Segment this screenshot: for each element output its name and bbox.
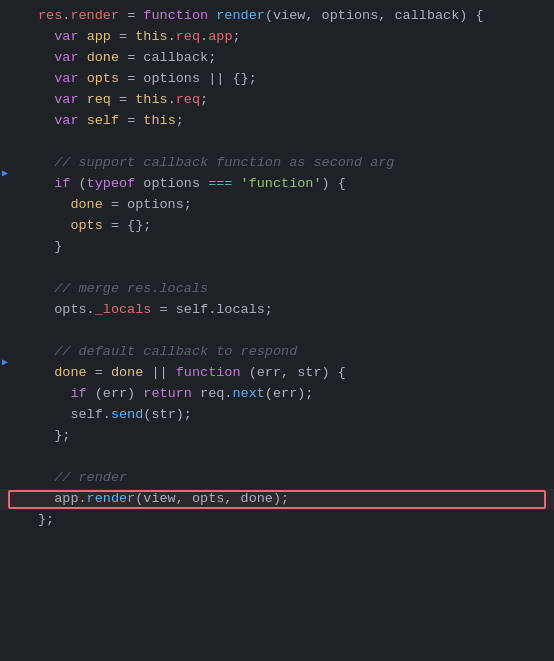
fold-arrow-icon[interactable]: ▶ bbox=[2, 355, 8, 371]
code-token: // default callback to respond bbox=[38, 344, 297, 359]
code-line: if (err) return req.next(err); bbox=[0, 384, 554, 405]
code-token: render bbox=[87, 491, 136, 506]
code-token: (err, str) { bbox=[241, 365, 346, 380]
code-line: }; bbox=[0, 510, 554, 531]
code-token bbox=[38, 71, 54, 86]
code-token: ; bbox=[233, 29, 241, 44]
code-token: self. bbox=[38, 407, 111, 422]
code-token: ) { bbox=[322, 176, 346, 191]
code-line bbox=[0, 132, 554, 153]
code-token: = self.locals; bbox=[151, 302, 273, 317]
code-token: = bbox=[119, 113, 143, 128]
code-token: send bbox=[111, 407, 143, 422]
code-line: opts._locals = self.locals; bbox=[0, 300, 554, 321]
code-token: . bbox=[200, 29, 208, 44]
code-token: render bbox=[216, 8, 265, 23]
code-token: req. bbox=[192, 386, 233, 401]
code-token: 'function' bbox=[241, 176, 322, 191]
code-token: === bbox=[208, 176, 232, 191]
code-token: . bbox=[168, 92, 176, 107]
code-line: self.send(str); bbox=[0, 405, 554, 426]
code-token: // merge res.locals bbox=[38, 281, 208, 296]
code-token bbox=[38, 50, 54, 65]
code-content: opts._locals = self.locals; bbox=[28, 300, 554, 321]
code-token: this bbox=[135, 92, 167, 107]
code-line: var req = this.req; bbox=[0, 90, 554, 111]
code-token: render bbox=[70, 8, 119, 23]
code-token: done bbox=[70, 197, 102, 212]
code-token: || bbox=[143, 365, 175, 380]
code-token: function bbox=[176, 365, 241, 380]
code-line: res.render = function render(view, optio… bbox=[0, 6, 554, 27]
code-token: (view, options, callback) { bbox=[265, 8, 484, 23]
code-content: done = done || function (err, str) { bbox=[28, 363, 554, 384]
code-token: = {}; bbox=[103, 218, 152, 233]
code-token: if bbox=[54, 176, 70, 191]
code-content: var app = this.req.app; bbox=[28, 27, 554, 48]
code-token: done bbox=[54, 365, 86, 380]
code-content: // merge res.locals bbox=[28, 279, 554, 300]
code-content: } bbox=[28, 237, 554, 258]
code-content: }; bbox=[28, 426, 554, 447]
code-token bbox=[79, 92, 87, 107]
code-token: = callback; bbox=[119, 50, 216, 65]
fold-arrow-icon[interactable]: ▶ bbox=[2, 166, 8, 182]
code-line: // render bbox=[0, 468, 554, 489]
code-token: var bbox=[54, 92, 78, 107]
code-token: } bbox=[38, 239, 62, 254]
code-token: return bbox=[143, 386, 192, 401]
code-token bbox=[79, 50, 87, 65]
code-content bbox=[28, 447, 554, 468]
code-content: }; bbox=[28, 510, 554, 531]
code-token: app bbox=[208, 29, 232, 44]
code-content: // support callback function as second a… bbox=[28, 153, 554, 174]
code-line: // merge res.locals bbox=[0, 279, 554, 300]
code-content bbox=[28, 321, 554, 342]
code-line: var done = callback; bbox=[0, 48, 554, 69]
code-token: opts bbox=[70, 218, 102, 233]
code-content: var req = this.req; bbox=[28, 90, 554, 111]
code-token bbox=[38, 113, 54, 128]
code-content: var opts = options || {}; bbox=[28, 69, 554, 90]
code-token: = options || {}; bbox=[119, 71, 257, 86]
code-token: var bbox=[54, 71, 78, 86]
code-token: var bbox=[54, 29, 78, 44]
code-line: app.render(view, opts, done); bbox=[0, 489, 554, 510]
code-line: var app = this.req.app; bbox=[0, 27, 554, 48]
code-token: (err); bbox=[265, 386, 314, 401]
code-content: // render bbox=[28, 468, 554, 489]
code-line: } bbox=[0, 237, 554, 258]
code-token: this bbox=[135, 29, 167, 44]
code-token: // render bbox=[38, 470, 127, 485]
code-line: opts = {}; bbox=[0, 216, 554, 237]
code-token bbox=[79, 29, 87, 44]
code-token bbox=[38, 197, 70, 212]
code-token: }; bbox=[38, 512, 54, 527]
code-token: options bbox=[135, 176, 208, 191]
code-token: = bbox=[111, 29, 135, 44]
code-token bbox=[38, 218, 70, 233]
code-token: . bbox=[168, 29, 176, 44]
code-content: if (typeof options === 'function') { bbox=[28, 174, 554, 195]
code-content: var self = this; bbox=[28, 111, 554, 132]
code-token bbox=[79, 71, 87, 86]
code-token: = bbox=[119, 8, 143, 23]
code-line: ▶ if (typeof options === 'function') { bbox=[0, 174, 554, 195]
code-token: typeof bbox=[87, 176, 136, 191]
code-token: }; bbox=[38, 428, 70, 443]
code-line: // default callback to respond bbox=[0, 342, 554, 363]
code-token: (err) bbox=[87, 386, 144, 401]
code-token bbox=[79, 113, 87, 128]
code-content bbox=[28, 258, 554, 279]
code-line: done = options; bbox=[0, 195, 554, 216]
code-content: var done = callback; bbox=[28, 48, 554, 69]
code-token: (view, opts, done); bbox=[135, 491, 289, 506]
code-token: = options; bbox=[103, 197, 192, 212]
code-content: self.send(str); bbox=[28, 405, 554, 426]
code-token: // support callback function as second a… bbox=[38, 155, 394, 170]
code-token: app. bbox=[38, 491, 87, 506]
code-token: var bbox=[54, 113, 78, 128]
code-token: this bbox=[143, 113, 175, 128]
code-line: // support callback function as second a… bbox=[0, 153, 554, 174]
code-content: app.render(view, opts, done); bbox=[28, 489, 554, 510]
